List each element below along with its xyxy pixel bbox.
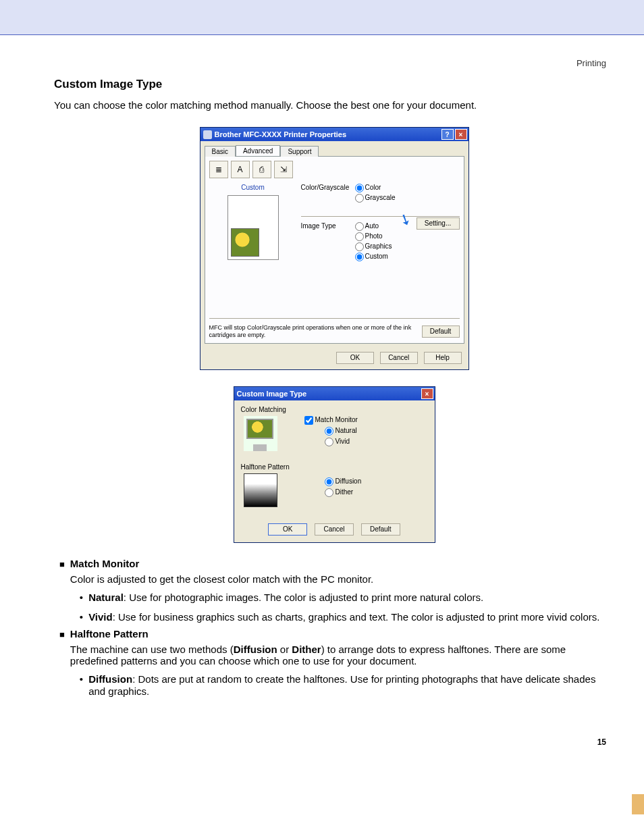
bullet-icon: • <box>80 611 83 624</box>
monitor-icon <box>244 416 277 451</box>
cartridge-note: MFC will stop Color/Grayscale print oper… <box>209 324 417 339</box>
match-monitor-label: Match Monitor <box>315 416 358 423</box>
help-icon[interactable]: ? <box>441 129 454 140</box>
radio-dither[interactable]: Dither <box>325 488 362 497</box>
preview-thumb <box>231 228 259 257</box>
bullet-icon: • <box>80 673 83 699</box>
tab-basic[interactable]: Basic <box>205 146 236 157</box>
custom-image-type-dialog: Custom Image Type × Color Matching Match… <box>234 386 435 543</box>
setting-button[interactable]: Setting... <box>417 217 460 230</box>
cancel-button[interactable]: Cancel <box>315 523 354 536</box>
dialog2-title: Custom Image Type <box>237 390 420 398</box>
intro-text: You can choose the color matching method… <box>54 99 614 111</box>
default-button[interactable]: Default <box>361 523 400 536</box>
radio-graphics[interactable]: Graphics <box>355 242 392 251</box>
default-button[interactable]: Default <box>422 325 460 338</box>
radio-dither-label: Dither <box>336 488 354 496</box>
dialog-titlebar: Brother MFC-XXXX Printer Properties ? × <box>200 128 468 141</box>
halftone-pattern-heading: Halftone Pattern <box>70 628 614 640</box>
tab-panel: ≣ A ⎙ ⇲ Custom Color/Grayscale Color <box>205 156 464 344</box>
tab-advanced[interactable]: Advanced <box>236 145 280 156</box>
ok-button[interactable]: OK <box>336 352 374 364</box>
radio-custom[interactable]: Custom <box>355 253 392 261</box>
help-button[interactable]: Help <box>424 352 462 364</box>
match-monitor-checkbox[interactable]: Match Monitor <box>304 416 358 425</box>
close-icon[interactable]: × <box>421 388 433 399</box>
radio-natural-label: Natural <box>336 427 357 434</box>
radio-diffusion[interactable]: Diffusion <box>325 477 362 486</box>
image-type-label: Image Type <box>301 222 355 230</box>
radio-vivid-label: Vivid <box>336 438 350 445</box>
square-bullet-icon: ■ <box>59 559 65 624</box>
match-monitor-heading: Match Monitor <box>70 558 614 569</box>
radio-auto[interactable]: Auto <box>355 222 392 231</box>
cancel-button[interactable]: Cancel <box>380 352 418 364</box>
tab-support[interactable]: Support <box>280 146 319 157</box>
toolbar: ≣ A ⎙ ⇲ <box>209 161 460 178</box>
breadcrumb: Printing <box>0 35 644 68</box>
app-icon <box>203 130 212 139</box>
radio-diffusion-label: Diffusion <box>336 477 362 485</box>
page-number: 15 <box>0 698 644 747</box>
radio-auto-label: Auto <box>365 222 379 230</box>
ok-button[interactable]: OK <box>268 523 307 536</box>
top-band <box>0 0 644 35</box>
radio-photo[interactable]: Photo <box>355 232 392 241</box>
page-title: Custom Image Type <box>54 78 614 91</box>
close-icon[interactable]: × <box>455 129 467 140</box>
page-tab-marker <box>632 794 644 814</box>
match-monitor-desc: Color is adjusted to get the closest col… <box>70 573 614 585</box>
radio-color[interactable]: Color <box>355 184 396 192</box>
radio-grayscale[interactable]: Grayscale <box>355 194 396 203</box>
printer-properties-dialog: Brother MFC-XXXX Printer Properties ? × … <box>200 127 469 370</box>
radio-grayscale-label: Grayscale <box>365 194 396 201</box>
vivid-bullet: Vivid: Use for business graphics such as… <box>88 611 614 624</box>
color-matching-label: Color Matching <box>241 406 428 413</box>
natural-bullet: Natural: Use for photographic images. Th… <box>88 592 614 604</box>
halftone-pattern-label: Halftone Pattern <box>241 463 428 471</box>
dialog-title: Brother MFC-XXXX Printer Properties <box>215 130 440 138</box>
dialog2-titlebar: Custom Image Type × <box>234 387 435 400</box>
color-grayscale-label: Color/Grayscale <box>301 184 355 191</box>
bullet-icon: • <box>80 592 83 604</box>
preview-label: Custom <box>209 184 297 191</box>
square-bullet-icon: ■ <box>59 629 65 699</box>
halftone-pattern-desc: The machine can use two methods (Diffusi… <box>70 644 614 667</box>
scaling-icon[interactable]: ⇲ <box>274 161 293 178</box>
radio-photo-label: Photo <box>365 232 383 240</box>
tabs-row: BasicAdvancedSupport <box>200 141 468 156</box>
radio-custom-label: Custom <box>365 253 388 260</box>
preview-box <box>227 195 279 260</box>
diffusion-bullet: Diffusion: Dots are put at random to cre… <box>88 673 614 699</box>
color-icon[interactable]: A <box>231 161 250 178</box>
radio-vivid[interactable]: Vivid <box>325 438 358 446</box>
halftone-icon <box>244 473 277 507</box>
radio-graphics-label: Graphics <box>365 242 392 250</box>
quality-icon[interactable]: ≣ <box>209 161 228 178</box>
radio-natural[interactable]: Natural <box>325 427 358 436</box>
radio-color-label: Color <box>365 184 381 191</box>
page-icon[interactable]: ⎙ <box>252 161 271 178</box>
